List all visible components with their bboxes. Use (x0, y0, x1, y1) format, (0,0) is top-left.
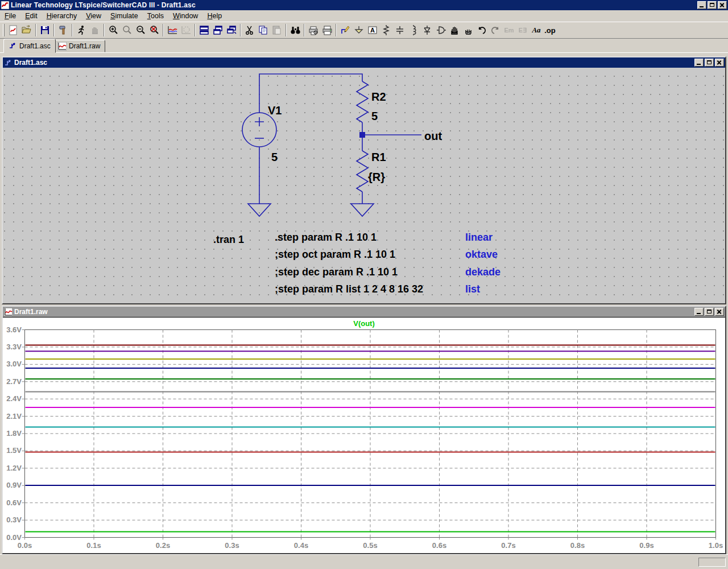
tile-horizontal-icon (199, 25, 209, 35)
component-name-r1[interactable]: R1 (371, 151, 386, 163)
component-name-r2[interactable]: R2 (371, 90, 386, 103)
x-tick-label: 0.1s (81, 541, 106, 550)
waveform-window: Draft1.raw V(out) 0.0V0.3V0.6V0.9V1.2V1.… (2, 306, 726, 554)
component-value-r2[interactable]: 5 (371, 110, 378, 122)
find-button[interactable] (288, 23, 302, 37)
directive-comment[interactable]: list (465, 283, 480, 295)
directive-text[interactable]: ;step param R list 1 2 4 8 16 32 (275, 283, 423, 295)
place-resistor-button[interactable] (379, 23, 393, 37)
move-hand-icon (449, 25, 460, 35)
save-button[interactable] (38, 23, 52, 37)
directive-comment[interactable]: linear (465, 232, 493, 244)
print-preview-button[interactable] (307, 23, 320, 37)
schematic-canvas[interactable]: V1 5 R2 5 R1 {R} out .tran 1 .step param… (3, 68, 725, 303)
component-value-v1[interactable]: 5 (271, 151, 278, 163)
zoom-full-extents-button[interactable] (147, 23, 161, 37)
redo-button[interactable] (489, 23, 502, 37)
x-tick-label: 0.6s (427, 541, 452, 550)
toolbar-grip[interactable] (3, 24, 5, 36)
document-tabbar: Draft1.asc Draft1.raw (0, 39, 728, 55)
minimize-icon[interactable] (694, 308, 704, 316)
cascade-windows-button[interactable] (225, 23, 238, 37)
print-button[interactable] (320, 23, 334, 37)
menu-tools[interactable]: Tools (143, 11, 168, 21)
place-diode-button[interactable] (420, 23, 434, 37)
component-value-r1[interactable]: {R} (368, 171, 385, 183)
close-icon[interactable] (718, 1, 727, 9)
place-inductor-button[interactable] (407, 23, 420, 37)
tab-label: Draft1.raw (69, 42, 100, 50)
save-floppy-icon (40, 25, 50, 35)
close-icon[interactable] (715, 59, 724, 67)
directive-text[interactable]: .step param R .1 10 1 (275, 232, 377, 244)
waveform-window-titlebar: Draft1.raw (3, 307, 725, 317)
component-name-v1[interactable]: V1 (268, 104, 282, 117)
tab-draft1-raw[interactable]: Draft1.raw (52, 40, 105, 52)
minimize-icon[interactable] (694, 59, 704, 67)
x-tick-label: 0.4s (289, 541, 314, 550)
place-capacitor-button[interactable] (393, 23, 407, 37)
place-label-button[interactable]: A (366, 23, 379, 37)
y-tick-label: 0.9V (3, 481, 22, 489)
y-tick-label: 2.4V (3, 394, 22, 403)
maximize-icon[interactable] (705, 59, 714, 67)
directive-comment[interactable]: dekade (465, 266, 500, 278)
place-text-button[interactable]: Aa (530, 23, 543, 37)
place-ground-button[interactable] (352, 23, 366, 37)
paste-button[interactable] (270, 23, 284, 37)
spice-step-directive: ;step dec param R .1 10 1dekade (275, 266, 718, 283)
y-tick-label: 0.6V (3, 498, 22, 507)
efficiency-report-button[interactable] (179, 23, 193, 37)
y-tick-label: 1.2V (3, 464, 22, 472)
minimize-icon[interactable] (697, 1, 706, 9)
halt-button[interactable] (88, 23, 102, 37)
copy-button[interactable] (257, 23, 270, 37)
move-button[interactable] (448, 23, 461, 37)
menu-simulate[interactable]: Simulate (106, 11, 143, 21)
draw-wire-button[interactable] (338, 23, 352, 37)
run-button[interactable] (75, 23, 88, 37)
close-icon[interactable] (715, 308, 724, 316)
drag-button[interactable] (461, 23, 475, 37)
tran-directive[interactable]: .tran 1 (213, 234, 244, 246)
zoom-in-button[interactable] (106, 23, 120, 37)
tile-vertical-button[interactable] (211, 23, 225, 37)
menu-hierarchy[interactable]: Hierarchy (42, 11, 82, 21)
open-file-button[interactable] (20, 23, 34, 37)
place-component-button[interactable] (434, 23, 448, 37)
plot-settings-button[interactable] (166, 23, 179, 37)
directive-text[interactable]: ;step oct param R .1 10 1 (275, 249, 395, 261)
resistor-icon (382, 24, 390, 36)
y-tick-label: 3.3V (3, 343, 22, 351)
spice-directive-button[interactable]: .op (543, 23, 557, 37)
tile-horizontal-button[interactable] (197, 23, 211, 37)
zoom-full-extents-icon (149, 25, 159, 35)
menu-help[interactable]: Help (202, 11, 226, 21)
menu-window[interactable]: Window (168, 11, 202, 21)
mirror-button[interactable]: E∃ (516, 23, 530, 37)
directive-text[interactable]: ;step dec param R .1 10 1 (275, 266, 398, 278)
rotate-button[interactable]: Em (502, 23, 516, 37)
net-label-out[interactable]: out (424, 130, 442, 142)
waveform-pane[interactable]: V(out) 0.0V0.3V0.6V0.9V1.2V1.5V1.8V2.1V2… (3, 317, 725, 553)
node-junction (359, 132, 365, 138)
directive-comment[interactable]: oktave (465, 249, 498, 261)
zoom-out-button[interactable] (134, 23, 147, 37)
ltspice-app: { "titlebar": { "title": "Linear Technol… (0, 0, 728, 569)
y-tick-label: 3.0V (3, 360, 22, 368)
control-panel-button[interactable] (56, 23, 70, 37)
x-tick-label: 0.5s (358, 541, 383, 550)
y-tick-label: 2.1V (3, 412, 22, 420)
tab-draft1-asc[interactable]: Draft1.asc (3, 39, 56, 53)
new-schematic-button[interactable] (6, 23, 20, 37)
cut-button[interactable] (243, 23, 257, 37)
maximize-icon[interactable] (708, 1, 717, 9)
x-tick-label: 1.0s (704, 541, 726, 550)
zoom-back-button[interactable] (120, 23, 134, 37)
maximize-icon[interactable] (705, 308, 714, 316)
menu-edit[interactable]: Edit (20, 11, 42, 21)
schematic-window-titlebar: Draft1.asc (3, 57, 725, 68)
menu-file[interactable]: File (0, 11, 20, 21)
menu-view[interactable]: View (81, 11, 106, 21)
undo-button[interactable] (475, 23, 489, 37)
